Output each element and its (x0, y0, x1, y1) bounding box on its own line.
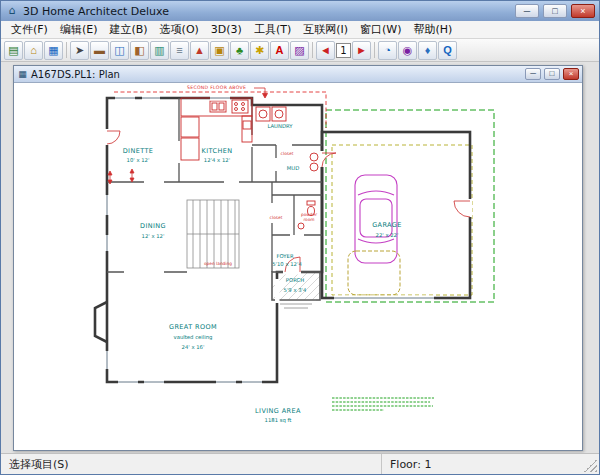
camera-icon: ◉ (403, 44, 413, 56)
text-tool-button[interactable]: A (270, 41, 289, 60)
label-closet-lower: closet (270, 215, 283, 220)
floor-plan[interactable]: SECOND FLOOR ABOVE DINETTE 10' x 12' KIT… (14, 83, 582, 450)
save-plan-icon: ▦ (48, 44, 58, 56)
fine-print-note (332, 398, 434, 410)
color-palette-button[interactable]: ▨ (290, 41, 309, 60)
next-floor-button[interactable]: ► (352, 41, 371, 60)
menu-tools[interactable]: 工具(T) (248, 21, 297, 38)
floor-number-display[interactable]: 1 (336, 43, 351, 58)
wall-icon: ▬ (94, 44, 105, 56)
menu-help[interactable]: 帮助(H) (408, 21, 459, 38)
room-dims-dinette: 10' x 12' (127, 157, 150, 163)
walkthrough-icon: ♦ (425, 44, 431, 56)
fireplace-icon: ▲ (194, 44, 205, 56)
room-label-great-room: GREAT ROOM (169, 323, 217, 331)
document-icon: ▦ (17, 69, 28, 80)
plant-icon: ♣ (236, 44, 243, 56)
room-label-mud: MUD (287, 165, 300, 171)
label-powder-2: room (303, 217, 314, 222)
door-tool-button[interactable]: ◧ (130, 41, 149, 60)
menu-edit[interactable]: 编辑(E) (54, 21, 104, 38)
menu-internet[interactable]: 互联网(I) (297, 21, 354, 38)
camera-button[interactable]: ◉ (398, 41, 417, 60)
room-dims-great-room: 24' x 16' (182, 344, 205, 350)
view-3d-button[interactable]: ◔ (378, 41, 397, 60)
app-icon: ⌂ (5, 4, 19, 18)
furniture-tool-button[interactable]: ▣ (210, 41, 229, 60)
maximize-button[interactable]: □ (543, 4, 567, 18)
save-plan-button[interactable]: ▦ (44, 41, 63, 60)
door-icon: ◧ (134, 44, 144, 56)
plant-tool-button[interactable]: ♣ (230, 41, 249, 60)
menu-bar: 文件(F) 编辑(E) 建立(B) 选项(O) 3D(3) 工具(T) 互联网(… (1, 21, 599, 39)
close-button[interactable]: × (571, 4, 595, 18)
room-label-foyer: FOYER (276, 253, 294, 259)
garage-wall (322, 132, 470, 298)
stairs-tool-button[interactable]: ≡ (170, 41, 189, 60)
next-arrow-icon: ► (356, 44, 367, 56)
menu-3d[interactable]: 3D(3) (205, 22, 248, 37)
room-dims-dining: 12' x 12' (142, 233, 165, 239)
window-gaps (105, 96, 473, 384)
document-close-button[interactable]: × (563, 68, 579, 80)
room-label-laundry: LAUNDRY (267, 123, 293, 129)
room-label-porch: PORCH (286, 277, 304, 283)
pointer-icon: ➤ (75, 44, 84, 56)
document-minimize-button[interactable]: ─ (525, 68, 541, 80)
second-floor-label: SECOND FLOOR ABOVE (187, 85, 246, 90)
menu-window[interactable]: 窗口(W) (354, 21, 407, 38)
resize-grip[interactable] (584, 459, 597, 472)
roof-alt-outline (332, 145, 472, 295)
second-floor-arrow (254, 88, 268, 98)
room-dims-foyer: 5'10 x 12'4 (272, 261, 302, 267)
document-maximize-button[interactable]: □ (544, 68, 560, 80)
window-tool-button[interactable]: ◫ (110, 41, 129, 60)
room-label-dinette: DINETTE (123, 147, 154, 155)
document-title-bar[interactable]: ▦ A167DS.PL1: Plan ─ □ × (14, 66, 582, 83)
room-label-kitchen: KITCHEN (202, 147, 233, 155)
laundry-fixtures (256, 107, 318, 171)
title-bar: ⌂ 3D Home Architect Deluxe ─ □ × (1, 1, 599, 21)
zoom-button[interactable]: Q (438, 41, 457, 60)
car (355, 175, 397, 263)
menu-options[interactable]: 选项(O) (154, 21, 205, 38)
cabinet-tool-button[interactable]: ▥ (150, 41, 169, 60)
status-hint: 选择项目(S) (1, 454, 382, 474)
status-floor-text: Floor: 1 (390, 458, 431, 471)
electrical-icon: ✱ (255, 44, 264, 56)
wall-tool-button[interactable]: ▬ (90, 41, 109, 60)
room-dims-porch: 5'9 x 3'4 (284, 287, 308, 293)
staircase (187, 200, 239, 268)
new-plan-button[interactable]: ▤ (4, 41, 23, 60)
room-label-living-area: LIVING AREA (255, 407, 301, 415)
label-open-landing: open landing (204, 261, 232, 266)
document-title: A167DS.PL1: Plan (31, 69, 522, 80)
cabinet-icon: ▥ (154, 44, 164, 56)
pointer-tool-button[interactable]: ➤ (70, 41, 89, 60)
status-bar: 选择项目(S) Floor: 1 (1, 453, 599, 474)
minimize-button[interactable]: ─ (515, 4, 539, 18)
room-dims-garage: 22' x 22' (376, 232, 399, 238)
plan-document-window: ▦ A167DS.PL1: Plan ─ □ × (13, 65, 583, 451)
room-label-garage: GARAGE (372, 221, 402, 229)
palette-icon: ▨ (294, 44, 304, 56)
menu-build[interactable]: 建立(B) (103, 21, 153, 38)
walkthrough-button[interactable]: ♦ (418, 41, 437, 60)
toolbar-separator (312, 42, 313, 58)
drawing-canvas[interactable]: SECOND FLOOR ABOVE DINETTE 10' x 12' KIT… (14, 83, 582, 450)
menu-file[interactable]: 文件(F) (5, 21, 54, 38)
prev-floor-button[interactable]: ◄ (316, 41, 335, 60)
toolbar-separator (374, 42, 375, 58)
room-dims-kitchen: 12'4 x 12' (204, 157, 230, 163)
window-icon: ◫ (114, 44, 124, 56)
window-title: 3D Home Architect Deluxe (23, 5, 511, 18)
fireplace-tool-button[interactable]: ▲ (190, 41, 209, 60)
status-floor: Floor: 1 (382, 454, 584, 474)
prev-arrow-icon: ◄ (320, 44, 331, 56)
house-outer-wall (107, 98, 322, 382)
view-3d-icon: ◔ (384, 44, 391, 56)
open-plan-button[interactable]: ⌂ (24, 41, 43, 60)
room-label-dining: DINING (140, 222, 166, 230)
electrical-tool-button[interactable]: ✱ (250, 41, 269, 60)
bay-window-wall (95, 302, 107, 342)
